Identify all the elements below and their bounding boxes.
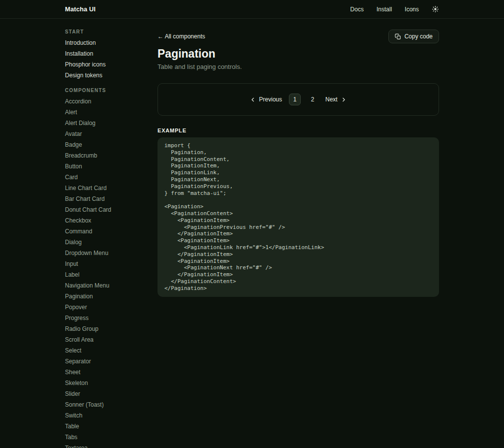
nav-link-docs[interactable]: Docs [350,6,364,13]
top-nav: Matcha UI DocsInstallIcons [0,0,504,19]
sidebar-item-alert-dialog[interactable]: Alert Dialog [65,118,158,128]
sidebar-item-sheet[interactable]: Sheet [65,367,158,378]
pagination-previous-button[interactable]: Previous [250,96,282,103]
sidebar-item-breadcrumb[interactable]: Breadcrumb [65,150,158,161]
sidebar-heading-components: COMPONENTS [65,85,158,96]
sidebar-item-input[interactable]: Input [65,258,158,269]
sidebar-item-tabs[interactable]: Tabs [65,432,158,443]
sidebar-item-label[interactable]: Label [65,269,158,280]
sidebar-item-table[interactable]: Table [65,421,158,432]
sidebar-item-design-tokens[interactable]: Design tokens [65,70,158,81]
copy-code-label: Copy code [405,33,433,40]
sidebar-item-popover[interactable]: Popover [65,302,158,313]
sidebar-item-installation[interactable]: Installation [65,48,158,59]
sidebar-item-badge[interactable]: Badge [65,139,158,150]
brand: Matcha UI [65,5,95,13]
sidebar-item-dropdown-menu[interactable]: Dropdown Menu [65,248,158,258]
pagination-demo: Previous 12 Next [250,94,346,105]
copy-icon [395,33,401,40]
page-subtitle: Table and list paging controls. [158,63,439,71]
sidebar-item-progress[interactable]: Progress [65,313,158,323]
sidebar-item-scroll-area[interactable]: Scroll Area [65,334,158,345]
example-label: EXAMPLE [158,128,439,133]
sun-icon [432,5,439,13]
sidebar-item-textarea[interactable]: Textarea [65,443,158,448]
pagination-next-label: Next [325,96,338,103]
pagination-page-1[interactable]: 1 [289,94,301,105]
sidebar-item-dialog[interactable]: Dialog [65,237,158,248]
copy-code-button[interactable]: Copy code [388,30,439,43]
sidebar-item-introduction[interactable]: Introduction [65,37,158,48]
nav-links: DocsInstallIcons [350,6,419,13]
sidebar-item-alert[interactable]: Alert [65,107,158,118]
sidebar-item-navigation-menu[interactable]: Navigation Menu [65,280,158,291]
sidebar-item-slider[interactable]: Slider [65,388,158,399]
sidebar-item-line-chart-card[interactable]: Line Chart Card [65,183,158,193]
pagination-demo-card: Previous 12 Next [158,83,439,116]
main-content: ← All components Copy code Pagination Ta… [158,19,439,297]
sidebar-item-radio-group[interactable]: Radio Group [65,323,158,334]
sidebar-item-bar-chart-card[interactable]: Bar Chart Card [65,193,158,204]
sidebar-item-select[interactable]: Select [65,345,158,356]
nav-link-icons[interactable]: Icons [405,6,419,13]
pagination-next-button[interactable]: Next [325,96,347,103]
theme-toggle-button[interactable] [432,5,439,13]
sidebar-item-separator[interactable]: Separator [65,356,158,367]
sidebar-item-card[interactable]: Card [65,172,158,183]
pagination-previous-label: Previous [259,96,282,103]
pagination-pages: 12 [289,94,318,105]
sidebar-item-sonner-toast[interactable]: Sonner (Toast) [65,399,158,410]
sidebar-item-phosphor-icons[interactable]: Phosphor icons [65,59,158,70]
sidebar-item-accordion[interactable]: Accordion [65,96,158,107]
back-link-all-components[interactable]: ← All components [158,33,205,40]
sidebar-item-skeleton[interactable]: Skeleton [65,378,158,388]
chevron-left-icon [250,96,256,103]
chevron-right-icon [341,96,347,103]
sidebar: STARTIntroductionInstallationPhosphor ic… [65,19,158,448]
sidebar-item-donut-chart-card[interactable]: Donut Chart Card [65,204,158,215]
page-title: Pagination [158,47,439,60]
sidebar-item-checkbox[interactable]: Checkbox [65,215,158,226]
pagination-page-2[interactable]: 2 [307,94,318,105]
sidebar-heading-start: START [65,27,158,37]
example-code-block: import { Pagination, PaginationContent, … [158,137,439,297]
nav-link-install[interactable]: Install [377,6,392,13]
sidebar-item-avatar[interactable]: Avatar [65,128,158,139]
sidebar-item-pagination[interactable]: Pagination [65,291,158,302]
sidebar-item-command[interactable]: Command [65,226,158,237]
sidebar-item-switch[interactable]: Switch [65,410,158,421]
sidebar-item-button[interactable]: Button [65,161,158,172]
example-code: import { Pagination, PaginationContent, … [164,142,432,292]
